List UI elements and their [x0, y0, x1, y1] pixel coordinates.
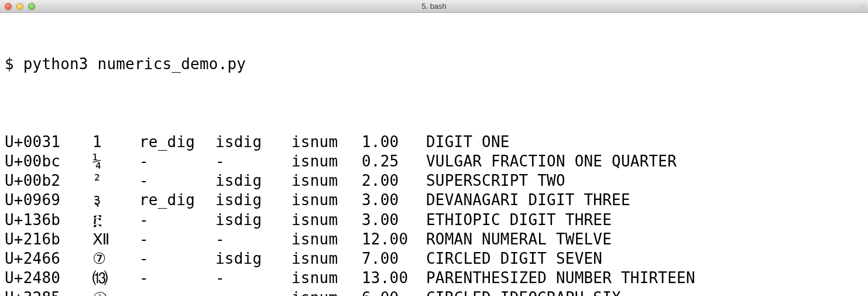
window-title: 5. bash [0, 2, 868, 11]
char-cell: ¼ [92, 152, 139, 171]
codepoint-cell: U+00b2 [5, 171, 92, 190]
name-cell: SUPERSCRIPT TWO [426, 171, 863, 190]
isdig-cell: - [215, 288, 291, 296]
redig-cell: - [139, 210, 215, 230]
value-cell: 6.00 [362, 288, 426, 296]
codepoint-cell: U+00bc [5, 152, 92, 171]
output-row: U+00b2²-isdigisnum2.00SUPERSCRIPT TWO [5, 171, 863, 190]
value-cell: 13.00 [362, 268, 426, 288]
isnum-cell: isnum [291, 190, 362, 210]
isdig-cell: - [215, 152, 291, 171]
value-cell: 2.00 [362, 171, 426, 190]
isnum-cell: isnum [291, 230, 362, 249]
name-cell: CIRCLED DIGIT SEVEN [426, 249, 863, 268]
value-cell: 7.00 [362, 249, 426, 268]
name-cell: VULGAR FRACTION ONE QUARTER [426, 152, 863, 171]
isnum-cell: isnum [291, 171, 362, 190]
zoom-button[interactable] [28, 3, 35, 10]
redig-cell: re_dig [139, 132, 215, 152]
redig-cell: - [139, 288, 215, 296]
name-cell: ETHIOPIC DIGIT THREE [426, 210, 863, 230]
output-row: U+136b፫-isdigisnum3.00ETHIOPIC DIGIT THR… [5, 210, 863, 230]
output-row: U+3285㊅--isnum6.00CIRCLED IDEOGRAPH SIX [5, 288, 863, 296]
isdig-cell: isdig [215, 132, 291, 152]
value-cell: 1.00 [362, 132, 426, 152]
char-cell: ² [92, 171, 139, 190]
output-row: U+2480⒀--isnum13.00PARENTHESIZED NUMBER … [5, 268, 863, 288]
isdig-cell: isdig [215, 171, 291, 190]
resize-icon[interactable] [857, 1, 867, 11]
value-cell: 3.00 [362, 210, 426, 230]
codepoint-cell: U+3285 [5, 288, 92, 296]
codepoint-cell: U+216b [5, 230, 92, 249]
isnum-cell: isnum [291, 288, 362, 296]
redig-cell: - [139, 249, 215, 268]
name-cell: ROMAN NUMERAL TWELVE [426, 230, 863, 249]
output-row: U+0969३re_digisdigisnum3.00DEVANAGARI DI… [5, 190, 863, 210]
isdig-cell: isdig [215, 190, 291, 210]
char-cell: ㊅ [92, 288, 139, 296]
window-title-bar: 5. bash [0, 0, 868, 13]
redig-cell: - [139, 268, 215, 288]
redig-cell: re_dig [139, 190, 215, 210]
isnum-cell: isnum [291, 268, 362, 288]
codepoint-cell: U+0031 [5, 132, 92, 152]
char-cell: ⒀ [92, 268, 139, 288]
isdig-cell: - [215, 230, 291, 249]
redig-cell: - [139, 230, 215, 249]
command-text: python3 numerics_demo.py [23, 55, 246, 74]
output-row: U+216bⅫ--isnum12.00ROMAN NUMERAL TWELVE [5, 230, 863, 249]
prompt-symbol: $ [5, 55, 14, 74]
output-row: U+2466⑦-isdigisnum7.00CIRCLED DIGIT SEVE… [5, 249, 863, 268]
value-cell: 0.25 [362, 152, 426, 171]
char-cell: 1 [92, 132, 139, 152]
isdig-cell: isdig [215, 210, 291, 230]
minimize-button[interactable] [16, 3, 23, 10]
codepoint-cell: U+2466 [5, 249, 92, 268]
svg-line-2 [864, 8, 865, 9]
char-cell: ⑦ [92, 249, 139, 268]
codepoint-cell: U+136b [5, 210, 92, 230]
name-cell: CIRCLED IDEOGRAPH SIX [426, 288, 863, 296]
isdig-cell: isdig [215, 249, 291, 268]
terminal-output[interactable]: $ python3 numerics_demo.py U+00311re_dig… [0, 13, 868, 296]
command-line: $ python3 numerics_demo.py [5, 55, 863, 74]
value-cell: 3.00 [362, 190, 426, 210]
isnum-cell: isnum [291, 210, 362, 230]
name-cell: DEVANAGARI DIGIT THREE [426, 190, 863, 210]
isnum-cell: isnum [291, 249, 362, 268]
output-row: U+00311re_digisdigisnum1.00DIGIT ONE [5, 132, 863, 152]
redig-cell: - [139, 171, 215, 190]
char-cell: Ⅻ [92, 230, 139, 249]
output-rows: U+00311re_digisdigisnum1.00DIGIT ONEU+00… [5, 132, 863, 296]
codepoint-cell: U+0969 [5, 190, 92, 210]
close-button[interactable] [5, 3, 12, 10]
isdig-cell: - [215, 268, 291, 288]
output-row: U+00bc¼--isnum0.25VULGAR FRACTION ONE QU… [5, 152, 863, 171]
char-cell: ፫ [92, 210, 139, 230]
char-cell: ३ [92, 190, 139, 210]
value-cell: 12.00 [362, 230, 426, 249]
name-cell: PARENTHESIZED NUMBER THIRTEEN [426, 268, 863, 288]
traffic-lights [0, 0, 35, 12]
isnum-cell: isnum [291, 152, 362, 171]
redig-cell: - [139, 152, 215, 171]
isnum-cell: isnum [291, 132, 362, 152]
codepoint-cell: U+2480 [5, 268, 92, 288]
name-cell: DIGIT ONE [426, 132, 863, 152]
